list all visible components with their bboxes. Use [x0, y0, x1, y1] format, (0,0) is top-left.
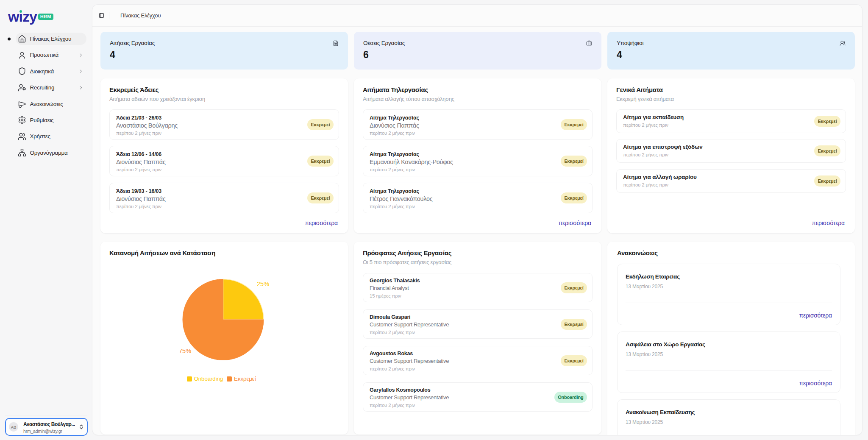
svg-text:75%: 75%	[179, 348, 191, 354]
svg-text:25%: 25%	[257, 281, 269, 287]
